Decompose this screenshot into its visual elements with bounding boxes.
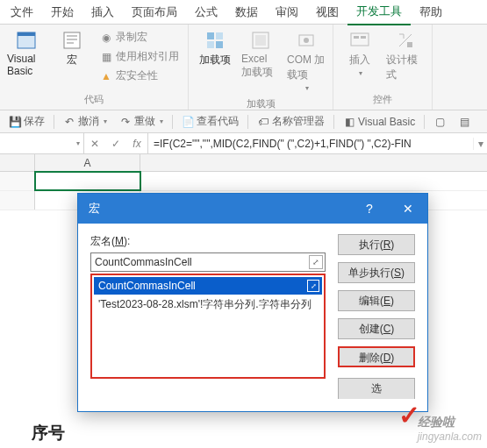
svg-rect-1 [18, 32, 35, 36]
macro-list-item[interactable]: CountCommasInCell ⤢ [94, 277, 322, 295]
collapse-icon[interactable]: ⤢ [307, 280, 319, 292]
ribbon-body: Visual Basic 宏 ◉ 录制宏 ▦ 使用相对引用 ▲ 宏安全性 [0, 25, 487, 110]
macros-icon [61, 30, 82, 51]
watermark-text: 经验啦 jingyanla.com [418, 415, 482, 443]
select-all-corner[interactable] [0, 154, 35, 171]
tab-view[interactable]: 视图 [307, 0, 347, 25]
macro-security-button[interactable]: ▲ 宏安全性 [97, 68, 183, 84]
tab-help[interactable]: 帮助 [411, 0, 451, 25]
close-button[interactable]: ✕ [389, 194, 427, 224]
enter-formula-button[interactable]: ✓ [105, 133, 126, 153]
code-icon: 📄 [182, 116, 194, 128]
tab-formula[interactable]: 公式 [186, 0, 226, 25]
relative-ref-button[interactable]: ▦ 使用相对引用 [97, 48, 183, 65]
tag-icon: 🏷 [257, 116, 269, 128]
generic-icon: ▤ [458, 116, 470, 128]
quick-access-bar: 💾保存 ↶撤消▾ ↷重做▾ 📄查看代码 🏷名称管理器 ◧Visual Basic… [0, 110, 487, 133]
undo-icon: ↶ [63, 116, 75, 128]
tab-data[interactable]: 数据 [226, 0, 267, 25]
macro-list-item[interactable]: 'Test2023-08-28.xlsm'!字符串分列.字符串分列 [94, 295, 322, 315]
macros-button[interactable]: 宏 [51, 26, 93, 71]
separator [333, 115, 334, 129]
delete-button[interactable]: 删除(D) [338, 346, 415, 367]
group-controls-label: 控件 [339, 91, 426, 110]
unknown-quick-2[interactable]: ▤ [453, 113, 476, 131]
view-code-button[interactable]: 📄查看代码 [176, 111, 244, 132]
addins-icon [204, 30, 226, 51]
macro-dialog: 宏 ? ✕ 宏名(M): CountCommasInCell ⤢ CountCo… [77, 193, 428, 412]
tab-home[interactable]: 开始 [42, 0, 82, 25]
cell[interactable] [35, 172, 140, 190]
addins-button[interactable]: 加载项 [194, 26, 236, 71]
svg-rect-14 [407, 42, 412, 47]
collapse-icon[interactable]: ⤢ [309, 255, 323, 269]
svg-rect-12 [354, 36, 359, 39]
macro-name-label: 宏名(M): [90, 234, 326, 249]
create-button[interactable]: 创建(C) [338, 318, 415, 339]
tab-file[interactable]: 文件 [2, 0, 42, 25]
undo-button[interactable]: ↶撤消▾ [58, 111, 112, 132]
excel-addins-icon [250, 30, 271, 51]
dialog-titlebar[interactable]: 宏 ? ✕ [78, 194, 427, 224]
run-button[interactable]: 执行(R) [338, 234, 415, 255]
visual-basic-button[interactable]: Visual Basic [5, 26, 47, 81]
bottom-row-label: 序号 [32, 422, 65, 444]
separator [424, 115, 425, 129]
vb-label: Visual Basic [7, 53, 46, 77]
separator [54, 115, 54, 129]
formula-bar: ▾ ✕ ✓ fx =IF(C2="","",MID(C2,FIND(" (",C… [0, 133, 487, 154]
redo-button[interactable]: ↷重做▾ [114, 111, 168, 132]
unknown-quick-1[interactable]: ▢ [428, 113, 451, 131]
generic-icon: ▢ [433, 116, 446, 128]
row-header[interactable] [0, 191, 35, 210]
svg-rect-5 [207, 41, 214, 48]
row-header[interactable] [0, 172, 35, 190]
design-label: 设计模式 [386, 53, 425, 82]
chevron-down-icon: ▾ [76, 139, 80, 147]
macro-name-input[interactable]: CountCommasInCell ⤢ [90, 252, 326, 272]
save-button[interactable]: 💾保存 [4, 111, 50, 132]
separator [172, 115, 173, 129]
dialog-title: 宏 [89, 201, 100, 217]
vb-quick-button[interactable]: ◧Visual Basic [338, 113, 420, 131]
step-into-button[interactable]: 单步执行(S) [338, 262, 415, 283]
group-controls: 插入 ▾ 设计模式 控件 [333, 25, 433, 110]
tab-developer[interactable]: 开发工具 [347, 0, 411, 25]
com-addins-button[interactable]: COM 加载项 ▾ [285, 26, 327, 96]
formula-input[interactable]: =IF(C2="","",MID(C2,FIND(" (",C2)+1,FIND… [148, 138, 473, 150]
svg-rect-2 [64, 32, 80, 48]
ribbon-tabs: 文件 开始 插入 页面布局 公式 数据 审阅 视图 开发工具 帮助 [0, 0, 487, 25]
chevron-down-icon: ▾ [104, 117, 107, 125]
separator [247, 115, 248, 129]
name-box[interactable]: ▾ [0, 133, 84, 153]
warning-icon: ▲ [100, 70, 112, 82]
tab-review[interactable]: 审阅 [267, 0, 307, 25]
grid-icon: ▦ [100, 51, 112, 63]
name-manager-button[interactable]: 🏷名称管理器 [252, 111, 330, 132]
options-button-partial[interactable]: 选 [338, 378, 415, 399]
cancel-formula-button[interactable]: ✕ [84, 133, 105, 153]
tab-layout[interactable]: 页面布局 [123, 0, 186, 25]
group-code: Visual Basic 宏 ◉ 录制宏 ▦ 使用相对引用 ▲ 宏安全性 [0, 25, 189, 110]
com-addins-label: COM 加载项 [287, 53, 326, 82]
insert-control-button[interactable]: 插入 ▾ [339, 26, 381, 81]
fx-button[interactable]: fx [126, 133, 147, 153]
group-code-label: 代码 [5, 91, 183, 110]
macros-label: 宏 [67, 53, 77, 68]
svg-rect-8 [255, 35, 266, 46]
record-macro-button[interactable]: ◉ 录制宏 [97, 29, 183, 46]
chevron-down-icon: ▾ [305, 84, 309, 92]
design-icon [395, 30, 416, 51]
edit-button[interactable]: 编辑(E) [338, 290, 415, 311]
svg-rect-4 [216, 32, 223, 39]
tab-insert[interactable]: 插入 [82, 0, 123, 25]
insert-control-label: 插入 [349, 53, 370, 68]
design-mode-button[interactable]: 设计模式 [384, 26, 426, 86]
save-icon: 💾 [9, 116, 21, 128]
help-button[interactable]: ? [350, 194, 389, 224]
col-header-a[interactable]: A [35, 154, 140, 171]
macro-list[interactable]: CountCommasInCell ⤢ 'Test2023-08-28.xlsm… [93, 276, 323, 316]
svg-rect-6 [216, 41, 223, 48]
expand-formula-bar[interactable]: ▾ [473, 138, 487, 150]
excel-addins-button[interactable]: Excel 加载项 [240, 26, 282, 83]
